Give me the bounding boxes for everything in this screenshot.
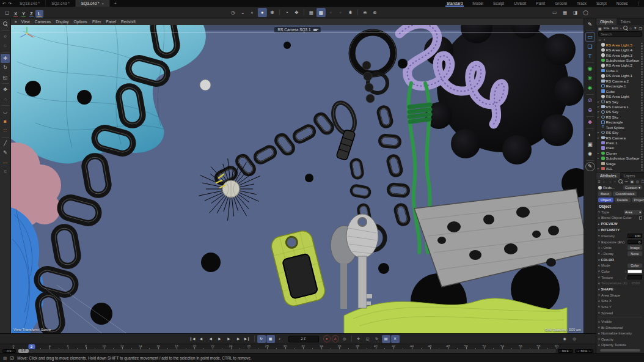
object-row[interactable]: ▸RS Sky <box>598 109 644 114</box>
panel-menu-icon[interactable]: ▦ <box>598 26 602 31</box>
spinner-left-arrow[interactable]: ‹ <box>578 349 579 353</box>
jump-end-button[interactable]: ▶❙ <box>243 335 252 343</box>
search-icon[interactable] <box>618 179 623 184</box>
sound-button[interactable]: ♪ <box>276 335 284 343</box>
keyframe-dot[interactable] <box>598 247 600 249</box>
attribute-dropdown[interactable]: Area▾ <box>624 210 642 215</box>
spline-primitive-tool[interactable]: ▭ <box>585 32 595 42</box>
back-icon[interactable]: ← <box>602 180 606 183</box>
visibility-dots[interactable] <box>641 89 643 94</box>
tab-objects[interactable]: Objects <box>596 18 617 25</box>
attribute-cycle-button[interactable]: Image <box>628 245 642 250</box>
solo-toggle-button[interactable]: ◎ <box>570 335 579 343</box>
deformer-tool[interactable]: ⊘ <box>585 96 595 105</box>
object-row[interactable]: RS Area Light.3 <box>598 53 644 57</box>
cloner-tool[interactable]: ✱ <box>585 84 595 93</box>
text-spline-tool[interactable]: T <box>585 52 595 61</box>
object-row[interactable]: ▸Cloner <box>598 150 644 155</box>
visibility-dots[interactable] <box>641 161 643 166</box>
spline-pen-tool[interactable]: ✎ <box>585 20 595 29</box>
visibility-dots[interactable] <box>641 43 643 47</box>
render-view-button[interactable]: ▭ <box>550 8 559 17</box>
viewport-menu-view[interactable]: View <box>21 20 30 24</box>
up-icon[interactable]: ↑ <box>604 38 606 42</box>
objects-menu-file[interactable]: File <box>604 26 610 30</box>
object-row[interactable]: Plain.1 <box>598 140 644 145</box>
lock-icon[interactable]: ▣ <box>631 179 634 183</box>
autokeying-button[interactable]: A <box>332 335 339 342</box>
playback-mode-button[interactable]: ↻ <box>257 335 266 343</box>
expander-icon[interactable]: ▸ <box>598 105 600 108</box>
volume-tool[interactable]: ◐ <box>585 130 595 139</box>
mode-dropdown[interactable]: Custom ▾ <box>623 185 642 190</box>
object-row[interactable]: Stage <box>598 161 644 166</box>
expander-icon[interactable]: ▸ <box>598 131 600 134</box>
layout-tab-model[interactable]: Model <box>467 0 488 7</box>
keyframe-dot[interactable] <box>598 312 600 314</box>
playhead[interactable]: 2 <box>28 344 35 349</box>
knife-tool[interactable]: ╱ <box>1 139 10 148</box>
home-icon[interactable]: ⌂ <box>599 38 601 42</box>
lock-x-button[interactable]: X <box>12 10 20 18</box>
visibility-dots[interactable] <box>641 73 643 78</box>
record-keyframe-button[interactable]: ● <box>323 335 331 342</box>
range-start-grabber[interactable]: 0 F <box>18 349 29 353</box>
viewport-menu-options[interactable]: Options <box>73 20 87 24</box>
render-to-picture-viewer-button[interactable]: ▦ <box>560 8 569 17</box>
play-button[interactable]: ▶ <box>216 335 224 343</box>
key-rotation-button[interactable]: ↻ <box>373 335 381 343</box>
attribute-field[interactable]: 100 <box>628 234 642 238</box>
visibility-dots[interactable] <box>641 94 643 98</box>
pen-tool[interactable]: ✎ <box>1 149 10 158</box>
next-frame-button[interactable]: ▶ <box>225 335 233 343</box>
workplane-icon[interactable]: ▢ <box>2 8 12 17</box>
key-scale-button[interactable]: ◱ <box>364 335 372 343</box>
object-row[interactable]: ▸RS Camera <box>598 135 644 140</box>
keyframe-selection-button[interactable]: ◎ <box>340 335 349 343</box>
keyframe-dot[interactable] <box>598 300 600 302</box>
document-tab[interactable]: SQ18.c4d * <box>14 0 46 7</box>
visibility-dots[interactable] <box>641 151 643 155</box>
object-row[interactable]: RS Area Light.2 <box>598 63 644 68</box>
polygon-tool[interactable]: ■ <box>1 117 10 126</box>
keyframe-dot[interactable] <box>598 306 600 308</box>
keyframe-dot[interactable] <box>598 253 600 254</box>
character-solver-button[interactable]: ◔ <box>282 8 291 17</box>
expand-arrow-icon[interactable]: › <box>625 270 626 273</box>
keyframe-dot[interactable] <box>598 321 600 323</box>
layout-tab-paint[interactable]: Paint <box>531 0 550 7</box>
visibility-dots[interactable] <box>641 156 643 160</box>
attribute-cycle-button[interactable]: None <box>628 251 642 256</box>
rotate-tool[interactable]: ↻ <box>1 64 10 73</box>
viewport-search-tool[interactable] <box>1 20 10 29</box>
camera-label[interactable]: RS Camera SQ3 1 <box>274 27 320 32</box>
tab-takes[interactable]: Takes <box>617 18 634 25</box>
quantize-a-button[interactable]: ∘ <box>326 8 335 17</box>
range-end-field[interactable]: 60 F <box>558 349 573 353</box>
spline-arc-tool[interactable]: ◡ <box>1 108 10 117</box>
path-arrow-icon[interactable]: › <box>620 26 621 30</box>
expander-icon[interactable]: ▸ <box>598 100 600 103</box>
snap-mode-button[interactable]: ◒ <box>238 8 247 17</box>
section-header-shape[interactable]: ▾SHAPE <box>598 286 642 292</box>
primitive-cube-tool[interactable]: ❏ <box>585 42 595 51</box>
document-tab[interactable]: SQ3.c4d *× <box>76 0 110 7</box>
generator-tool[interactable]: ❋ <box>585 74 595 83</box>
live-selection-tool[interactable]: ○ <box>1 32 10 41</box>
viewport-menu-icon[interactable]: ≡ <box>15 20 17 24</box>
object-row[interactable]: RS Area Light.4 <box>598 47 644 52</box>
axis-gizmo[interactable] <box>11 25 35 41</box>
section-header-color[interactable]: ▾COLOR <box>598 257 642 263</box>
keyframe-dot[interactable] <box>598 327 600 328</box>
object-search-input[interactable] <box>598 31 642 37</box>
expander-icon[interactable]: ▸ <box>598 136 600 139</box>
visibility-dots[interactable] <box>641 100 643 104</box>
simulation-scene-button[interactable]: ● <box>258 8 267 17</box>
checkbox[interactable] <box>639 216 643 220</box>
home-icon[interactable]: ⌂ <box>629 26 632 30</box>
end-frame-spinner[interactable]: ‹ 60 F › <box>575 349 593 353</box>
document-tab[interactable]: SQ2.c4d * <box>46 0 76 7</box>
keyframe-dot[interactable] <box>598 338 600 340</box>
attribute-tab-details[interactable]: Details <box>615 198 631 202</box>
layout-tab-nodes[interactable]: Nodes <box>612 0 633 7</box>
